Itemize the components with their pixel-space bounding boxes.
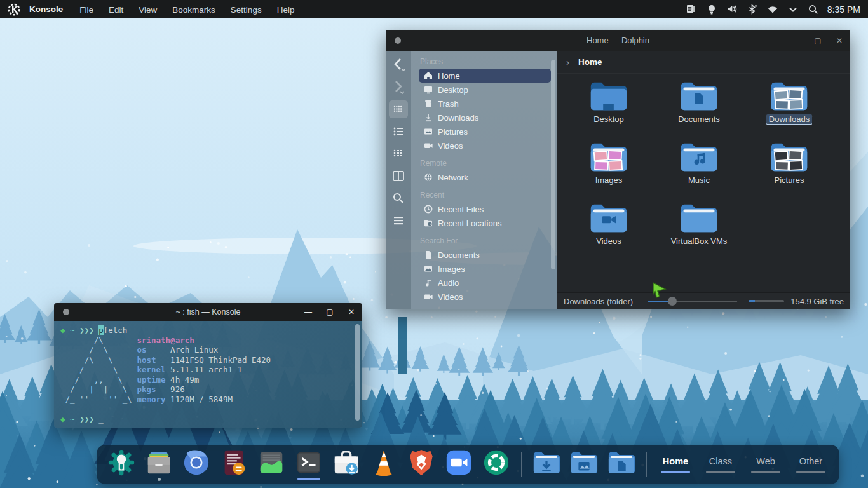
sidebar-item-images[interactable]: Images <box>419 262 551 276</box>
dolphin-toolbar <box>386 51 411 309</box>
sidebar-item-home[interactable]: Home <box>419 69 551 83</box>
folder-images[interactable]: Images <box>564 139 654 200</box>
expand-arrow-icon[interactable] <box>787 4 798 15</box>
folder-label: Desktop <box>591 114 627 124</box>
dock-separator <box>646 452 647 477</box>
sidebar-item-trash[interactable]: Trash <box>419 97 551 111</box>
zoom-icon[interactable] <box>443 448 475 481</box>
icons-view-icon[interactable] <box>389 100 408 118</box>
minimize-button[interactable]: — <box>792 36 801 45</box>
folder-downloads[interactable]: Downloads <box>744 78 834 139</box>
downloads-folder-icon[interactable] <box>531 448 562 481</box>
file-cabinet-icon[interactable] <box>143 448 175 481</box>
screen-recorder-icon[interactable] <box>480 448 512 481</box>
menu-file[interactable]: File <box>79 5 93 15</box>
folder-documents[interactable]: Documents <box>654 78 744 139</box>
dock-separator <box>521 452 522 477</box>
dolphin-titlebar[interactable]: Home — Dolphin — ▢ ✕ <box>386 30 850 51</box>
menu-settings[interactable]: Settings <box>231 5 262 15</box>
note-icon <box>424 278 433 287</box>
folder-virtualbox-vms[interactable]: VirtualBox VMs <box>654 200 744 261</box>
compact-view-icon[interactable] <box>389 145 408 163</box>
documents-folder-icon[interactable] <box>606 448 637 481</box>
clipboard-icon[interactable] <box>686 4 696 15</box>
sidebar-item-downloads[interactable]: Downloads <box>419 111 551 125</box>
breadcrumb-chevron-icon[interactable]: › <box>566 57 569 67</box>
folder-icon <box>770 78 809 113</box>
section-header: Remote <box>420 159 551 168</box>
folder-clock-icon <box>424 219 433 227</box>
list-view-icon[interactable] <box>389 123 408 140</box>
sidebar-item-recent-locations[interactable]: Recent Locations <box>419 216 551 230</box>
image-icon <box>424 264 433 273</box>
close-button[interactable]: ✕ <box>835 36 844 45</box>
volume-icon[interactable] <box>726 4 737 15</box>
menu-bookmarks[interactable]: Bookmarks <box>172 5 215 15</box>
folder-label: Documents <box>675 114 722 124</box>
menu-icon[interactable] <box>389 212 408 229</box>
konsole-titlebar[interactable]: ~ : fish — Konsole — ▢ ✕ <box>54 303 362 321</box>
search-icon[interactable] <box>808 4 818 15</box>
pictures-folder-icon[interactable] <box>568 448 600 481</box>
app-installer-icon[interactable] <box>330 448 362 481</box>
maximize-button[interactable]: ▢ <box>813 36 822 45</box>
sidebar-item-audio[interactable]: Audio <box>419 276 551 290</box>
folder-icon <box>589 139 628 174</box>
notes-app-icon[interactable] <box>218 448 250 481</box>
night-light-icon[interactable] <box>706 4 717 15</box>
terminal-line: /\ srinath@arch <box>60 336 352 346</box>
sidebar-item-recent-files[interactable]: Recent Files <box>419 202 551 216</box>
menu-view[interactable]: View <box>139 5 157 15</box>
menu-items: FileEditViewBookmarksSettingsHelp <box>79 4 309 15</box>
activity-other[interactable]: Other <box>796 456 825 473</box>
folder-pictures[interactable]: Pictures <box>744 139 834 200</box>
activity-class[interactable]: Class <box>706 456 735 473</box>
dolphin-window-title: Home — Dolphin <box>386 36 850 45</box>
folder-label: VirtualBox VMs <box>668 236 730 246</box>
konsole-icon[interactable] <box>293 448 325 481</box>
folder-videos[interactable]: Videos <box>564 200 654 261</box>
system-settings-icon[interactable] <box>105 448 137 481</box>
clock[interactable]: 8:35 PM <box>827 4 860 15</box>
search-icon[interactable] <box>389 189 408 207</box>
globe-icon <box>424 173 433 182</box>
places-scrollbar[interactable] <box>551 60 555 269</box>
terminal-line: /\ \ host 1141FSQ ThinkPad E420 <box>60 355 352 365</box>
icon-zoom-slider[interactable] <box>648 297 737 306</box>
folder-desktop[interactable]: Desktop <box>564 78 654 139</box>
back-icon[interactable] <box>389 56 408 74</box>
sidebar-item-videos[interactable]: Videos <box>419 290 551 304</box>
sidebar-item-documents[interactable]: Documents <box>419 248 551 262</box>
breadcrumb: › Home <box>557 51 850 74</box>
kde-logo-icon[interactable] <box>8 3 20 16</box>
mouse-cursor <box>652 281 667 298</box>
clock-icon <box>424 205 433 214</box>
folder-icon <box>679 78 719 113</box>
menu-help[interactable]: Help <box>277 5 295 15</box>
split-view-icon[interactable] <box>389 167 408 185</box>
sidebar-item-pictures[interactable]: Pictures <box>419 125 551 139</box>
terminal-scrollbar[interactable] <box>355 324 360 421</box>
vlc-icon[interactable] <box>368 448 400 481</box>
breadcrumb-location[interactable]: Home <box>578 57 602 67</box>
sidebar-item-desktop[interactable]: Desktop <box>419 83 551 97</box>
system-monitor-icon[interactable] <box>255 448 287 481</box>
activity-home[interactable]: Home <box>661 456 690 473</box>
brave-icon[interactable] <box>405 448 437 481</box>
sidebar-item-network[interactable]: Network <box>419 170 551 184</box>
bluetooth-icon[interactable] <box>747 4 757 15</box>
close-button[interactable]: ✕ <box>347 308 356 316</box>
folder-label: Downloads <box>766 114 812 124</box>
system-tray <box>686 4 818 15</box>
folder-music[interactable]: Music <box>654 139 744 200</box>
chromium-icon[interactable] <box>180 448 212 481</box>
maximize-button[interactable]: ▢ <box>325 308 334 316</box>
minimize-button[interactable]: — <box>304 308 313 316</box>
menu-edit[interactable]: Edit <box>109 5 123 15</box>
activity-web[interactable]: Web <box>751 456 780 473</box>
sidebar-item-videos[interactable]: Videos <box>419 139 551 152</box>
forward-icon[interactable] <box>389 78 408 96</box>
wifi-icon[interactable] <box>767 4 778 15</box>
terminal-content[interactable]: ◆ ~ ❯❯❯ pfetch /\ srinath@arch / \ os Ar… <box>54 321 362 428</box>
folder-icon <box>589 78 628 113</box>
